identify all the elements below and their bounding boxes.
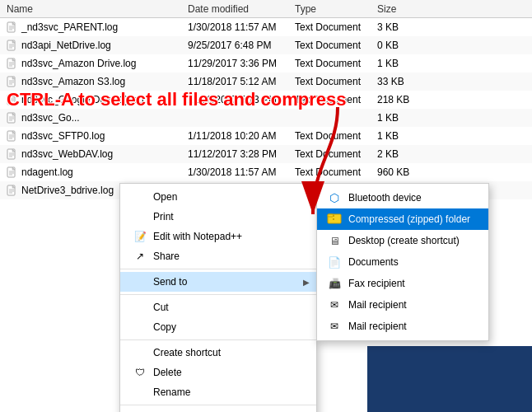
file-size-cell: 2 KB xyxy=(377,148,427,160)
file-icon xyxy=(7,148,18,160)
submenu-icon-wrap: 🖥 xyxy=(327,233,342,248)
table-row[interactable]: nd3svc_SFTP0.log 1/11/2018 10:20 AM Text… xyxy=(0,127,532,145)
context-menu-item-copy[interactable]: Copy xyxy=(120,317,316,337)
placeholder-icon xyxy=(133,190,147,204)
file-table-header: Name Date modified Type Size xyxy=(0,0,532,18)
submenu-item-label: Documents xyxy=(348,256,399,268)
file-type-cell: Text Document xyxy=(295,166,377,178)
file-date-cell: 1/11/2018 10:20 AM xyxy=(188,130,295,142)
header-size[interactable]: Size xyxy=(377,3,427,15)
context-menu-item-cut[interactable]: Cut xyxy=(120,297,316,317)
context-menu-item-delete[interactable]: 🛡Delete xyxy=(120,363,316,382)
submenu-item-zip[interactable]: Compressed (zipped) folder xyxy=(317,208,488,230)
submenu-icon-wrap xyxy=(327,212,342,227)
submenu-icon-wrap: ✉ xyxy=(327,319,342,334)
table-row[interactable]: nd3svc_WebDAV.log 11/12/2017 3:28 PM Tex… xyxy=(0,145,532,163)
menu-item-label: Rename xyxy=(153,386,190,398)
file-icon xyxy=(7,21,18,33)
context-menu: OpenPrint📝Edit with Notepad++↗ShareSend … xyxy=(119,183,317,412)
file-icon xyxy=(7,58,18,69)
table-row[interactable]: ndagent.log 1/30/2018 11:57 AM Text Docu… xyxy=(0,163,532,181)
mail-icon: ✉ xyxy=(330,321,338,332)
file-size-cell: 960 KB xyxy=(377,166,427,178)
placeholder-icon xyxy=(133,386,147,399)
table-row[interactable]: _nd3svc_PARENT.log 1/30/2018 11:57 AM Te… xyxy=(0,18,532,36)
file-type-cell: Text Document xyxy=(295,130,377,142)
menu-separator xyxy=(120,405,316,405)
overlay-text: CTRL-A to select all files and compress xyxy=(7,89,346,110)
placeholder-icon xyxy=(133,210,147,223)
file-icon xyxy=(7,40,18,51)
menu-item-label: Edit with Notepad++ xyxy=(153,231,242,242)
submenu-icon-wrap: ⬡ xyxy=(327,190,342,205)
submenu-item-mail1[interactable]: ✉Mail recipient xyxy=(317,294,488,316)
menu-item-label: Create shortcut xyxy=(153,347,221,358)
mail-icon: ✉ xyxy=(330,299,338,311)
submenu-item-label: Mail recipient xyxy=(348,321,407,332)
svg-rect-41 xyxy=(328,214,334,217)
placeholder-icon xyxy=(133,346,147,359)
table-row[interactable]: nd3svc_Go... 1 KB xyxy=(0,109,532,127)
file-date-cell: 1/30/2018 11:57 AM xyxy=(188,166,295,178)
file-size-cell: 1 KB xyxy=(377,58,427,69)
context-menu-item-print[interactable]: Print xyxy=(120,207,316,227)
file-name-cell: nd3svc_Amazon S3.log xyxy=(7,76,188,87)
file-size-cell: 1 KB xyxy=(377,130,427,142)
context-menu-item-open[interactable]: Open xyxy=(120,187,316,207)
file-name-cell: _nd3svc_PARENT.log xyxy=(7,21,188,33)
file-name-cell: nd3svc_WebDAV.log xyxy=(7,148,188,160)
context-menu-item-share[interactable]: ↗Share xyxy=(120,246,316,266)
file-name-cell: nd3api_NetDrive.log xyxy=(7,40,188,51)
file-size-cell: 33 KB xyxy=(377,76,427,87)
context-menu-item-rename[interactable]: Rename xyxy=(120,382,316,402)
menu-separator xyxy=(120,339,316,340)
submenu-item-fax[interactable]: 📠Fax recipient xyxy=(317,273,488,294)
file-type-cell: Text Document xyxy=(295,21,377,33)
header-name[interactable]: Name xyxy=(7,3,188,15)
file-date-cell: 9/25/2017 6:48 PM xyxy=(188,40,295,51)
file-name-cell: nd3svc_Amazon Drive.log xyxy=(7,58,188,69)
file-date-cell: 11/18/2017 5:12 AM xyxy=(188,76,295,87)
documents-icon: 📄 xyxy=(328,256,341,269)
file-date-cell: 11/12/2017 3:28 PM xyxy=(188,148,295,160)
submenu-arrow-icon: ▶ xyxy=(303,278,310,287)
delete-icon: 🛡 xyxy=(133,366,147,379)
context-menu-item-create-shortcut[interactable]: Create shortcut xyxy=(120,343,316,363)
submenu-item-desktop[interactable]: 🖥Desktop (create shortcut) xyxy=(317,230,488,251)
svg-rect-43 xyxy=(333,217,334,218)
header-type[interactable]: Type xyxy=(295,3,377,15)
menu-item-label: Print xyxy=(153,211,174,222)
submenu-item-mail2[interactable]: ✉Mail recipient xyxy=(317,316,488,337)
file-size-cell: 3 KB xyxy=(377,21,427,33)
menu-item-label: Share xyxy=(153,250,180,262)
menu-item-label: Copy xyxy=(153,321,176,333)
context-menu-item-send-to[interactable]: Send to▶ xyxy=(120,272,316,292)
menu-item-label: Delete xyxy=(153,367,182,378)
header-date[interactable]: Date modified xyxy=(188,3,295,15)
file-date-cell: 1/30/2018 11:57 AM xyxy=(188,21,295,33)
placeholder-icon xyxy=(133,275,147,288)
submenu-item-documents[interactable]: 📄Documents xyxy=(317,251,488,273)
submenu-icon-wrap: ✉ xyxy=(327,297,342,312)
menu-item-label: Open xyxy=(153,191,177,203)
table-row[interactable]: nd3api_NetDrive.log 9/25/2017 6:48 PM Te… xyxy=(0,36,532,54)
file-name-cell: nd3svc_SFTP0.log xyxy=(7,130,188,142)
context-menu-item-edit-notepad[interactable]: 📝Edit with Notepad++ xyxy=(120,227,316,246)
placeholder-icon xyxy=(133,321,147,334)
desktop-icon: 🖥 xyxy=(329,235,340,247)
svg-rect-44 xyxy=(333,218,334,220)
zip-icon xyxy=(327,211,342,228)
submenu-icon-wrap: 📠 xyxy=(327,276,342,291)
menu-item-label: Send to xyxy=(153,276,187,288)
context-menu-item-properties[interactable]: Properties xyxy=(120,408,316,412)
submenu-item-bluetooth[interactable]: ⬡Bluetooth device xyxy=(317,187,488,208)
menu-item-label: Cut xyxy=(153,302,169,313)
file-size-cell: 0 KB xyxy=(377,40,427,51)
menu-separator xyxy=(120,294,316,295)
fax-icon: 📠 xyxy=(329,278,341,289)
table-row[interactable]: nd3svc_Amazon S3.log 11/18/2017 5:12 AM … xyxy=(0,73,532,91)
submenu-item-label: Compressed (zipped) folder xyxy=(348,213,470,225)
file-type-cell: Text Document xyxy=(295,76,377,87)
table-row[interactable]: nd3svc_Amazon Drive.log 11/29/2017 3:36 … xyxy=(0,54,532,73)
file-icon xyxy=(7,130,18,142)
